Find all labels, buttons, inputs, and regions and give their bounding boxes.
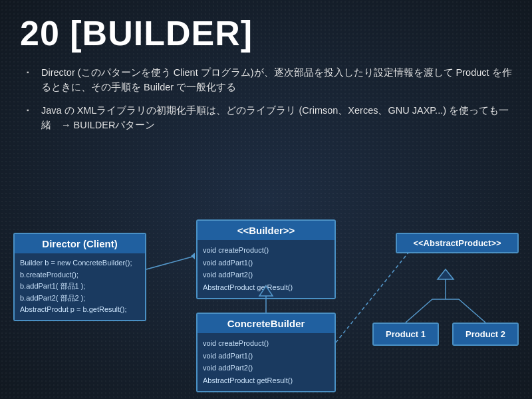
slide-title: 20 [BUILDER] [20,13,512,53]
svg-marker-1 [191,253,195,259]
director-line-1: Builder b = new ConcreteBuilder(); [20,257,140,269]
bullet-item-2: ▪ Java の XMLライブラリの初期化手順は、どのライブラリ (Crimso… [27,103,512,133]
svg-line-5 [406,299,432,323]
builder-line-3: void addPart2() [203,269,329,281]
product2-box: Product 2 [452,323,519,346]
diagram-area: Director (Client) Builder b = new Concre… [0,219,532,399]
builder-line-4: AbstractProduct getResult() [203,281,329,294]
builder-box: <<Builder>> void createProduct() void ad… [196,219,336,299]
director-body: Builder b = new ConcreteBuilder(); b.cre… [15,253,145,320]
svg-line-6 [459,299,485,323]
director-box: Director (Client) Builder b = new Concre… [13,233,146,321]
slide-content: 20 [BUILDER] ▪ Director (このパターンを使う Clien… [0,0,532,154]
concrete-line-3: void addPart2() [203,362,329,374]
product1-header: Product 1 [374,324,438,344]
bullet-dot-1: ▪ [27,67,36,78]
builder-body: void createProduct() void addPart1() voi… [198,240,334,298]
concrete-builder-box: ConcreteBuilder void createProduct() voi… [196,313,336,392]
concrete-builder-header: ConcreteBuilder [198,314,334,333]
director-line-3: b.addPart1( 部品1 ); [20,281,140,293]
builder-line-1: void createProduct() [203,244,329,257]
bullet-item-1: ▪ Director (このパターンを使う Client プログラム)が、逐次部… [27,65,512,95]
director-header: Director (Client) [15,234,145,253]
abstract-product-box: <<AbstractProduct>> [396,233,519,253]
product2-header: Product 2 [454,324,517,344]
concrete-line-2: void addPart1() [203,350,329,362]
bullet-section: ▪ Director (このパターンを使う Client プログラム)が、逐次部… [20,65,512,133]
concrete-line-4: AbstractProduct getResult() [203,374,329,387]
bullet-text-1: Director (このパターンを使う Client プログラム)が、逐次部品を… [41,65,512,95]
builder-header: <<Builder>> [198,221,334,240]
svg-marker-9 [438,269,454,279]
director-line-5: AbstractProdut p = b.getResult(); [20,304,140,316]
director-line-2: b.createProduct(); [20,269,140,281]
svg-line-0 [146,256,195,269]
concrete-builder-body: void createProduct() void addPart1() voi… [198,333,334,391]
director-line-4: b.addPart2( 部品2 ); [20,293,140,305]
abstract-product-header: <<AbstractProduct>> [397,234,517,252]
product1-box: Product 1 [372,323,439,346]
builder-line-2: void addPart1() [203,257,329,269]
concrete-line-1: void createProduct() [203,337,329,350]
bullet-text-2: Java の XMLライブラリの初期化手順は、どのライブラリ (Crimson、… [41,103,512,133]
bullet-dot-2: ▪ [27,105,36,116]
